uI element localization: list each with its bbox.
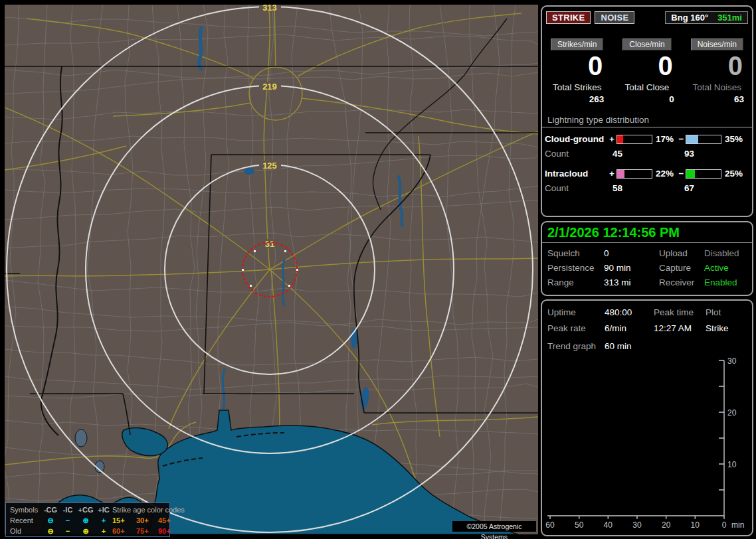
- cg-plus-sign: +: [607, 134, 616, 144]
- uptime-label: Uptime: [547, 307, 605, 317]
- strike-map[interactable]: 313 219 125 31: [5, 5, 538, 534]
- age-30: 30+: [136, 515, 158, 526]
- cg-positive-count: 45: [607, 149, 679, 159]
- strikes-per-min-chip[interactable]: Strikes/min: [551, 38, 603, 50]
- receiver-label: Receiver: [659, 277, 704, 287]
- app-window: { "map": { "ring_labels": ["313", "219",…: [0, 0, 756, 539]
- x-tick-0: 0: [722, 520, 727, 530]
- peak-time-label: Peak time: [654, 307, 706, 317]
- noises-per-min-chip[interactable]: Noises/min: [691, 38, 743, 50]
- x-tick-20: 20: [662, 520, 671, 530]
- strike-button[interactable]: STRIKE: [546, 11, 591, 24]
- ic-negative-pct: 25%: [721, 169, 752, 179]
- x-tick-40: 40: [604, 520, 613, 530]
- y-tick-30: 30: [727, 357, 737, 366]
- x-tick-10: 10: [691, 520, 700, 530]
- trend-graph-label: Trend graph: [547, 341, 605, 351]
- range-label: Range: [547, 277, 604, 287]
- peak-rate-value: 6/min: [605, 323, 654, 333]
- ring-label-31: 31: [265, 239, 274, 249]
- total-close-value: 0: [612, 94, 682, 104]
- upload-label: Upload: [659, 248, 704, 258]
- total-noises-value: 63: [682, 94, 752, 104]
- old-pos-ic-icon: +: [95, 526, 112, 536]
- peak-time-value: 12:27 AM: [654, 323, 706, 333]
- receiver-status: Enabled: [704, 277, 752, 287]
- cloud-ground-label: Cloud-ground: [545, 134, 607, 144]
- ring-label-125: 125: [262, 161, 277, 171]
- upload-status: Disabled: [704, 248, 752, 258]
- ring-label-313: 313: [262, 5, 277, 13]
- trend-graph: 30 20 10 60 50 40 30 20 10 0 min: [543, 357, 752, 534]
- ring-label-219: 219: [262, 82, 277, 92]
- x-tick-30: 30: [632, 520, 642, 530]
- graph-axes: [547, 360, 724, 516]
- range-value: 313 mi: [604, 277, 659, 287]
- legend-recent-label: Recent: [10, 515, 42, 526]
- age-75: 75+: [136, 526, 158, 536]
- squelch-label: Squelch: [547, 248, 604, 258]
- bearing-label: Bng 160°: [671, 13, 708, 23]
- ic-negative-bar: [686, 169, 721, 179]
- old-neg-ic-icon: −: [59, 526, 76, 536]
- status-panel: 2/1/2026 12:14:56 PM Squelch 0 Upload Di…: [541, 221, 753, 296]
- capture-label: Capture: [659, 263, 704, 273]
- recent-neg-ic-icon: −: [59, 515, 76, 526]
- legend-old-label: Old: [10, 526, 42, 536]
- close-per-min-chip[interactable]: Close/min: [622, 38, 671, 50]
- plot-value: Strike: [706, 323, 752, 333]
- noise-button[interactable]: NOISE: [595, 11, 634, 24]
- cg-positive-pct: 17%: [652, 134, 677, 144]
- persistence-label: Persistence: [547, 263, 604, 273]
- legend-symbols-header: Symbols: [10, 504, 42, 515]
- intracloud-label: Intracloud: [545, 169, 607, 179]
- bearing-box: Bng 160° 351mi: [665, 11, 748, 24]
- y-tick-10: 10: [727, 460, 737, 469]
- age-60: 60+: [112, 526, 136, 536]
- legend-col-neg-ic: -IC: [59, 504, 76, 515]
- recent-pos-cg-icon: ⊕: [76, 515, 95, 526]
- cg-negative-pct: 35%: [721, 134, 752, 144]
- age-90: 90+: [158, 526, 180, 536]
- legend-col-pos-cg: +CG: [76, 504, 95, 515]
- ic-positive-pct: 22%: [652, 169, 677, 179]
- close-per-min-value: 0: [612, 52, 682, 80]
- uptime-value: 480:00: [605, 307, 654, 317]
- recent-neg-cg-icon: ⊖: [42, 515, 59, 526]
- cg-negative-count: 93: [679, 149, 752, 159]
- cg-negative-bar: [686, 135, 721, 144]
- total-strikes-label: Total Strikes: [542, 82, 612, 92]
- ic-positive-bar: [616, 169, 652, 179]
- capture-status: Active: [704, 263, 752, 273]
- persistence-value: 90 min: [604, 263, 659, 273]
- recent-pos-ic-icon: +: [95, 515, 112, 526]
- peak-rate-label: Peak rate: [547, 323, 605, 333]
- squelch-value: 0: [604, 248, 659, 258]
- noises-per-min-value: 0: [682, 52, 752, 80]
- trend-graph-value: 60 min: [605, 341, 752, 351]
- total-close-label: Total Close: [612, 82, 682, 92]
- age-45: 45+: [158, 515, 180, 526]
- legend-col-neg-cg: -CG: [42, 504, 59, 515]
- ic-count-label: Count: [545, 183, 607, 193]
- old-pos-cg-icon: ⊕: [76, 526, 95, 536]
- age-15: 15+: [112, 515, 136, 526]
- cg-positive-bar: [616, 135, 652, 144]
- total-noises-label: Total Noises: [682, 82, 752, 92]
- symbols-legend: Symbols -CG -IC +CG +IC Strike age color…: [5, 502, 170, 537]
- strikes-per-min-value: 0: [542, 52, 612, 80]
- bearing-distance: 351mi: [717, 13, 742, 23]
- legend-col-pos-ic: +IC: [95, 504, 112, 515]
- x-axis-unit: min: [731, 520, 744, 530]
- x-tick-60: 60: [545, 520, 555, 530]
- x-tick-50: 50: [575, 520, 584, 530]
- trend-panel: Uptime 480:00 Peak time Plot Peak rate 6…: [541, 299, 753, 536]
- y-tick-20: 20: [727, 408, 737, 418]
- strike-counter-panel: STRIKE NOISE Bng 160° 351mi Strikes/min …: [541, 5, 753, 217]
- datetime-display: 2/1/2026 12:14:56 PM: [542, 222, 752, 243]
- legend-age-header: Strike age color codes: [112, 504, 180, 515]
- ic-plus-sign: +: [607, 169, 616, 179]
- ic-minus-sign: −: [677, 169, 686, 179]
- copyright-label: ©2005 Astrogenic Systems: [452, 521, 536, 532]
- plot-label: Plot: [706, 307, 752, 317]
